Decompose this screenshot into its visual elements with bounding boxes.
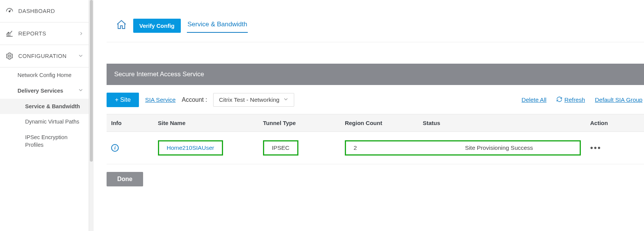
nav-service-bandwidth[interactable]: Service & Bandwidth [0, 99, 89, 114]
chevron-right-icon [79, 30, 83, 38]
account-label: Account : [182, 96, 207, 103]
default-sia-group-label: Default SIA Group [595, 96, 642, 103]
breadcrumb-bar: Verify Config Service & Bandwidth [107, 0, 644, 42]
section-title: Secure Internet Access Service [107, 64, 644, 85]
home-icon[interactable] [116, 19, 127, 32]
main-content: Verify Config Service & Bandwidth Secure… [89, 0, 644, 231]
nav-service-bandwidth-label: Service & Bandwidth [25, 103, 80, 109]
nav-delivery-services[interactable]: Delivery Services [0, 83, 89, 99]
highlight-box: 2 Site Provisioning Success [345, 140, 581, 156]
nav-configuration-label: CONFIGURATION [18, 53, 67, 59]
col-region-count: Region Count [345, 120, 423, 126]
row-actions-menu[interactable]: ••• [590, 143, 601, 152]
highlight-box: Home210SIAUser [158, 140, 223, 156]
verify-config-label: Verify Config [139, 22, 175, 29]
col-status: Status [423, 120, 581, 126]
done-label: Done [117, 176, 132, 182]
gauge-icon [5, 7, 14, 15]
nav-dynamic-virtual-paths-label: Dynamic Virtual Paths [25, 119, 79, 125]
gear-icon [5, 52, 14, 60]
nav-dashboard-label: DASHBOARD [18, 8, 55, 14]
nav-dashboard[interactable]: DASHBOARD [0, 0, 89, 22]
chart-line-icon [5, 29, 14, 38]
nav-ipsec-profiles-label: IPSec Encryption Profiles [25, 134, 67, 148]
tab-service-bandwidth-label: Service & Bandwidth [188, 21, 247, 28]
col-action: Action [585, 114, 644, 132]
refresh-label: Refresh [564, 96, 585, 103]
table-header-row: Info Site Name Tunnel Type Region Count … [107, 114, 644, 132]
sidebar: DASHBOARD REPORTS CONFIGURATION Network … [0, 0, 89, 231]
delete-all-link[interactable]: Delete All [521, 96, 546, 103]
chevron-down-icon [78, 87, 83, 94]
col-info: Info [107, 114, 153, 132]
add-site-button[interactable]: + Site [107, 93, 139, 107]
section-title-label: Secure Internet Access Service [114, 71, 204, 78]
toolbar-right: Delete All Refresh Default SIA Group [521, 96, 644, 104]
col-tunnel-type: Tunnel Type [258, 114, 340, 132]
nav-configuration[interactable]: CONFIGURATION [0, 45, 89, 67]
chevron-down-icon [78, 52, 83, 60]
col-site-name: Site Name [153, 114, 258, 132]
tab-service-bandwidth[interactable]: Service & Bandwidth [187, 18, 248, 33]
region-count-value: 2 [354, 144, 426, 151]
account-dropdown[interactable]: Citrix Test - Networking [213, 93, 294, 107]
status-value: Site Provisioning Success [426, 144, 572, 151]
refresh-icon [556, 96, 562, 104]
nav-network-config-home[interactable]: Network Config Home [0, 67, 89, 83]
chevron-down-icon [283, 96, 289, 103]
toolbar: + Site SIA Service Account : Citrix Test… [107, 91, 644, 114]
nav-reports-label: REPORTS [18, 30, 46, 37]
tunnel-type-value: IPSEC [272, 144, 290, 151]
sia-service-link[interactable]: SIA Service [145, 96, 175, 103]
delete-all-label: Delete All [521, 96, 546, 103]
done-button[interactable]: Done [107, 172, 143, 186]
sia-service-label: SIA Service [145, 96, 175, 103]
site-name-link[interactable]: Home210SIAUser [167, 144, 214, 151]
nav-dynamic-virtual-paths[interactable]: Dynamic Virtual Paths [0, 114, 89, 129]
highlight-box: IPSEC [263, 140, 298, 156]
nav-network-config-home-label: Network Config Home [18, 72, 72, 78]
nav-delivery-services-label: Delivery Services [18, 88, 63, 94]
info-icon[interactable]: i [111, 144, 119, 152]
refresh-link[interactable]: Refresh [556, 96, 585, 104]
verify-config-button[interactable]: Verify Config [133, 19, 181, 33]
svg-point-1 [8, 55, 11, 57]
add-site-label: + Site [115, 96, 131, 103]
default-sia-group-link[interactable]: Default SIA Group [595, 96, 642, 103]
account-dropdown-value: Citrix Test - Networking [219, 96, 279, 103]
nav-ipsec-profiles[interactable]: IPSec Encryption Profiles [0, 129, 89, 153]
table-row: i Home210SIAUser IPSEC 2 Site Provisioni… [107, 132, 644, 164]
sites-table: Info Site Name Tunnel Type Region Count … [107, 114, 644, 164]
nav-reports[interactable]: REPORTS [0, 22, 89, 45]
